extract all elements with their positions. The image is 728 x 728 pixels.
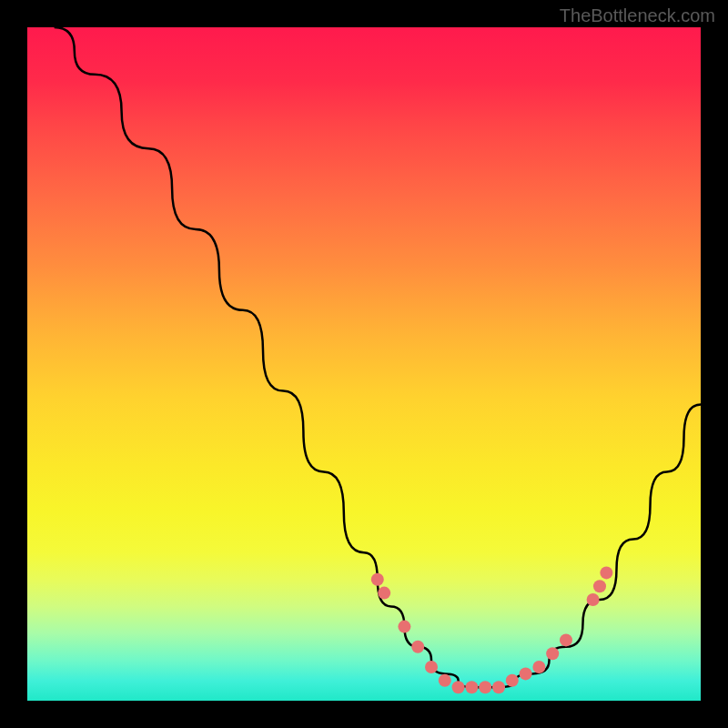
scatter-dot	[546, 647, 559, 660]
scatter-dot	[452, 681, 465, 693]
scatter-dot	[378, 587, 390, 600]
scatter-dot	[479, 681, 491, 693]
scatter-dot	[506, 674, 519, 687]
scatter-dot	[560, 633, 572, 646]
watermark-text: TheBottleneck.com	[560, 5, 715, 26]
scatter-dot	[398, 621, 410, 633]
scatter-dot	[600, 566, 612, 579]
scatter-dot	[371, 573, 384, 586]
chart-svg	[27, 27, 701, 701]
scatter-dot	[411, 641, 424, 653]
scatter-dot	[532, 661, 545, 673]
scatter-dot	[587, 593, 600, 606]
chart-plot-area	[27, 27, 701, 701]
scatter-dot	[425, 661, 438, 673]
scatter-dot	[439, 674, 451, 687]
scatter-points	[371, 566, 613, 693]
scatter-dot	[492, 681, 505, 693]
scatter-dot	[593, 580, 606, 592]
scatter-dot	[520, 667, 532, 680]
scatter-dot	[465, 681, 478, 693]
